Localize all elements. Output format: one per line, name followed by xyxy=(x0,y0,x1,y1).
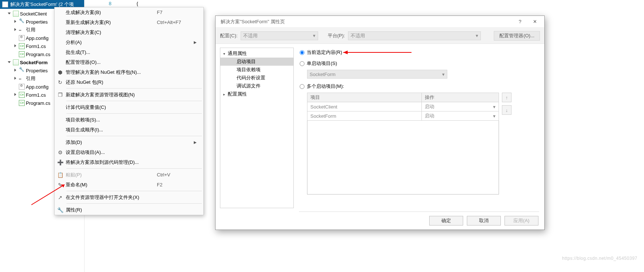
expander-icon xyxy=(13,52,18,56)
cancel-button[interactable]: 取消 xyxy=(467,216,501,225)
dialog-tree-item[interactable]: ▾通用属性 xyxy=(220,49,293,58)
expander-icon xyxy=(13,85,18,89)
menu-item[interactable]: ↻还原 NuGet 包(R) xyxy=(55,77,203,87)
menu-item[interactable]: 项目依赖项(S)... xyxy=(55,115,203,125)
dialog-titlebar: 解决方案"SocketForm" 属性页 ? ✕ xyxy=(216,16,544,28)
dialog-tree-label: 项目依赖项 xyxy=(237,66,261,73)
dialog-tree-item[interactable]: 启动项目 xyxy=(220,58,293,66)
menu-item-label: 清理解决方案(C) xyxy=(66,29,157,36)
menu-item-label: 将解决方案添加到源代码管理(D)... xyxy=(66,159,157,166)
expander-icon[interactable] xyxy=(13,93,18,97)
ref-icon xyxy=(19,27,25,33)
rename-icon: ✎ xyxy=(55,182,66,188)
multi-project-grid-wrap: 项目 操作 SocketClient启动▾SocketForm启动▾ ↑ ↓ xyxy=(307,93,539,194)
solution-icon xyxy=(2,1,8,7)
solution-context-menu[interactable]: 生成解决方案(B)F7重新生成解决方案(R)Ctrl+Alt+F7清理解决方案(… xyxy=(54,7,204,215)
submenu-arrow-icon: ▶ xyxy=(194,140,200,144)
menu-item[interactable]: 生成解决方案(B)F7 xyxy=(55,7,203,17)
menu-item[interactable]: 分析(A)▶ xyxy=(55,37,203,47)
tree-item-label: App.config xyxy=(26,84,48,90)
menu-item[interactable]: ➕将解决方案添加到源代码管理(D)... xyxy=(55,157,203,167)
menu-item-label: 批生成(T)... xyxy=(66,49,157,56)
wrench-icon: 🔧 xyxy=(55,207,66,213)
menu-item[interactable]: 计算代码度量值(C) xyxy=(55,102,203,112)
expander-icon[interactable] xyxy=(13,20,18,24)
dialog-tree-item[interactable]: ▸配置属性 xyxy=(220,90,293,98)
dialog-tree-item[interactable]: 项目依赖项 xyxy=(220,66,293,74)
single-project-combo[interactable]: SocketForm ▾ xyxy=(307,70,447,79)
menu-item[interactable]: 🔧属性(R) xyxy=(55,205,203,215)
grid-col-project: 项目 xyxy=(307,93,422,102)
tree-item-label: 引用 xyxy=(26,75,35,82)
dialog-tree-label: 代码分析设置 xyxy=(237,75,265,81)
menu-item: 📋粘贴(P)Ctrl+V xyxy=(55,170,203,180)
apply-button[interactable]: 应用(A) xyxy=(504,216,538,225)
paste-icon: 📋 xyxy=(55,172,66,178)
wrench-icon xyxy=(19,68,25,73)
radio-multi-project[interactable]: 多个启动项目(M): xyxy=(299,82,539,91)
menu-item[interactable]: 批生成(T)... xyxy=(55,47,203,57)
menu-item[interactable]: 清理解决方案(C) xyxy=(55,27,203,37)
config-combo[interactable]: 不适用▾ xyxy=(241,31,318,40)
expander-icon[interactable] xyxy=(13,76,18,81)
menu-item[interactable]: 重新生成解决方案(R)Ctrl+Alt+F7 xyxy=(55,17,203,27)
menu-item[interactable]: ✎重命名(M)F2 xyxy=(55,180,203,190)
move-up-button[interactable]: ↑ xyxy=(502,93,512,102)
dialog-tree-item[interactable]: 调试源文件 xyxy=(220,82,293,90)
nuget-icon: ⬢ xyxy=(55,69,66,75)
expander-icon xyxy=(13,36,18,40)
dialog-topbar: 配置(C): 不适用▾ 平台(P): 不适用▾ 配置管理器(O)... xyxy=(216,28,544,44)
csproj-icon xyxy=(13,59,19,65)
expander-icon[interactable] xyxy=(13,44,18,48)
menu-item[interactable]: ❐新建解决方案资源管理器视图(N) xyxy=(55,90,203,100)
radio-current-input[interactable] xyxy=(300,50,304,55)
menu-item-shortcut: F2 xyxy=(157,182,194,187)
grid-cell-project: SocketClient xyxy=(307,102,422,111)
menu-item[interactable]: 添加(D)▶ xyxy=(55,137,203,147)
expander-icon[interactable] xyxy=(13,68,18,73)
ok-button[interactable]: 确定 xyxy=(429,216,463,225)
config-manager-button[interactable]: 配置管理器(O)... xyxy=(494,31,540,41)
radio-single-project[interactable]: 单启动项目(S) xyxy=(299,59,539,68)
grid-row[interactable]: SocketForm启动▾ xyxy=(307,111,499,121)
cs-icon xyxy=(19,51,25,57)
menu-item-label: 在文件资源管理器中打开文件夹(X) xyxy=(66,194,157,201)
menu-item[interactable]: 配置管理器(O)... xyxy=(55,57,203,67)
radio-multi-input[interactable] xyxy=(300,84,304,89)
multi-project-grid[interactable]: 项目 操作 SocketClient启动▾SocketForm启动▾ xyxy=(307,93,499,121)
menu-item[interactable]: 项目生成顺序(I)... xyxy=(55,125,203,135)
menu-item[interactable]: ⚙设置启动项目(A)... xyxy=(55,147,203,157)
grid-cell-action[interactable]: 启动▾ xyxy=(422,102,499,111)
expander-icon[interactable] xyxy=(7,11,12,16)
expander-icon[interactable] xyxy=(7,60,12,65)
dialog-footer: 确定 取消 应用(A) xyxy=(216,212,544,230)
menu-item[interactable]: ⬢管理解决方案的 NuGet 程序包(N)... xyxy=(55,67,203,77)
help-button[interactable]: ? xyxy=(513,17,527,27)
menu-item-label: 生成解决方案(B) xyxy=(66,9,157,16)
menu-item-label: 粘贴(P) xyxy=(66,172,157,178)
expander-icon[interactable] xyxy=(13,28,18,32)
open-icon: ↗ xyxy=(55,194,66,200)
grid-cell-project: SocketForm xyxy=(307,111,422,121)
grid-row[interactable]: SocketClient启动▾ xyxy=(307,102,499,111)
expander-icon: ▾ xyxy=(222,52,226,56)
tree-item-label: SocketClient xyxy=(20,11,47,17)
menu-item[interactable]: ↗在文件资源管理器中打开文件夹(X) xyxy=(55,192,203,202)
menu-item-label: 计算代码度量值(C) xyxy=(66,104,157,111)
cs-icon xyxy=(19,43,25,49)
radio-single-input[interactable] xyxy=(300,61,304,66)
move-down-button[interactable]: ↓ xyxy=(502,105,512,115)
submenu-arrow-icon: ▶ xyxy=(194,40,200,44)
grid-cell-action[interactable]: 启动▾ xyxy=(422,111,499,121)
radio-current-selection[interactable]: 当前选定内容(R) xyxy=(299,48,539,57)
close-button[interactable]: ✕ xyxy=(527,17,542,27)
tree-item-label: Form1.cs xyxy=(26,92,46,98)
tree-item-label: Program.cs xyxy=(26,52,50,57)
dialog-left-tree[interactable]: ▾通用属性启动项目项目依赖项代码分析设置调试源文件▸配置属性 xyxy=(220,48,294,208)
platform-combo[interactable]: 不适用▾ xyxy=(348,31,481,40)
wrench-icon xyxy=(19,19,25,25)
grid-col-action: 操作 xyxy=(422,93,499,102)
newview-icon: ❐ xyxy=(55,92,66,98)
chevron-down-icon: ▾ xyxy=(442,72,445,77)
dialog-tree-item[interactable]: 代码分析设置 xyxy=(220,74,293,82)
